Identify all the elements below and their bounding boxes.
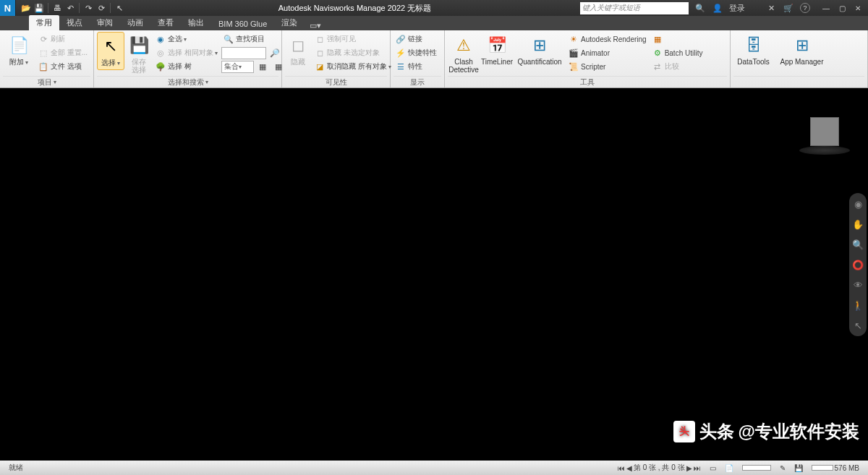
require-button[interactable]: ◻强制可见 bbox=[312, 33, 393, 46]
datatools-button[interactable]: 🗄DataTools bbox=[733, 32, 773, 68]
tab-viewpoint[interactable]: 视点 bbox=[59, 15, 90, 30]
panel-datatools: 🗄DataTools ⊞App Manager bbox=[731, 30, 868, 87]
panel-display: 🔗链接 ⚡快捷特性 ☰特性 显示 bbox=[391, 30, 445, 87]
file-options-button[interactable]: 📋文件 选项 bbox=[36, 60, 90, 73]
select-cursor-icon[interactable]: ↖ bbox=[114, 2, 125, 14]
refresh-icon: ⟳ bbox=[38, 34, 48, 44]
hide-button[interactable]: ◻ 隐藏 bbox=[285, 32, 311, 68]
status-icon-1[interactable]: ▭ bbox=[705, 464, 720, 472]
help-icon[interactable]: ? bbox=[800, 3, 810, 13]
wheel-icon[interactable]: ◉ bbox=[851, 197, 864, 210]
tab-review[interactable]: 审阅 bbox=[90, 15, 120, 30]
watermark: 头 头条 @专业软件安装 bbox=[673, 420, 859, 443]
clash-icon: ⚠ bbox=[452, 34, 475, 57]
viewcube-compass[interactable] bbox=[799, 146, 850, 155]
reset-all-button[interactable]: ⬚全部 重置... bbox=[36, 46, 90, 59]
timeliner-button[interactable]: 📅TimeLiner bbox=[481, 32, 513, 68]
hide-unselected-button[interactable]: ◻隐藏 未选定对象 bbox=[312, 46, 393, 59]
render-icon: ☀ bbox=[569, 34, 579, 44]
appearance-profiler-button[interactable]: ▦ bbox=[650, 33, 705, 46]
hide-unsel-icon: ◻ bbox=[315, 48, 325, 58]
find-icon: 🔍 bbox=[224, 34, 234, 44]
refresh-button[interactable]: ⟳刷新 bbox=[36, 33, 90, 46]
select-same-button[interactable]: ◎选择 相同对象 bbox=[153, 46, 220, 59]
login-button[interactable]: 登录 bbox=[729, 3, 745, 14]
tab-output[interactable]: 输出 bbox=[181, 15, 211, 30]
tab-animation[interactable]: 动画 bbox=[120, 15, 150, 30]
sets-combo[interactable]: 集合 bbox=[221, 61, 254, 73]
status-icon-2[interactable]: 📄 bbox=[720, 464, 738, 472]
quick-find-input[interactable] bbox=[221, 47, 266, 59]
refresh-icon[interactable]: ⟳ bbox=[95, 2, 107, 14]
append-button[interactable]: 📄 附加 bbox=[3, 32, 35, 69]
panel-project: 📄 附加 ⟳刷新 ⬚全部 重置... 📋文件 选项 项目 bbox=[0, 30, 94, 87]
search-icon[interactable]: 🔍 bbox=[694, 2, 706, 14]
redo-icon[interactable]: ↷ bbox=[82, 2, 94, 14]
find-items-button[interactable]: 🔍查找项目 bbox=[221, 33, 286, 46]
save-selection-button[interactable]: 💾 保存 选择 bbox=[126, 32, 152, 76]
save-icon[interactable]: 💾 bbox=[33, 2, 45, 14]
watermark-logo-icon: 头 bbox=[673, 421, 695, 442]
tab-overflow-icon[interactable]: ▭▾ bbox=[305, 21, 326, 30]
unhide-all-button[interactable]: ◪取消隐藏 所有对象 bbox=[312, 60, 393, 73]
properties-button[interactable]: ☰特性 bbox=[393, 60, 439, 73]
close-button[interactable]: ✕ bbox=[851, 2, 865, 14]
compare-icon: ⇄ bbox=[652, 61, 663, 72]
undo-icon[interactable]: ↶ bbox=[64, 2, 76, 14]
orbit-icon[interactable]: ⭕ bbox=[851, 258, 864, 271]
scripter-button[interactable]: 📜Scripter bbox=[566, 60, 649, 73]
cursor-icon: ↖ bbox=[99, 35, 122, 58]
user-icon[interactable]: 👤 bbox=[712, 2, 723, 14]
panel-select-search: ↖ 选择 💾 保存 选择 ◉全选 ◎选择 相同对象 🌳选择 树 🔍查找项目 🔎 … bbox=[94, 30, 282, 87]
tab-home[interactable]: 常用 bbox=[29, 15, 59, 30]
clash-detective-button[interactable]: ⚠Clash Detective bbox=[448, 32, 480, 76]
open-icon[interactable]: 📂 bbox=[20, 2, 32, 14]
select-button[interactable]: ↖ 选择 bbox=[97, 32, 124, 70]
compare-button[interactable]: ⇄比较 bbox=[650, 60, 705, 73]
tab-render[interactable]: 渲染 bbox=[274, 15, 305, 30]
tab-bim360[interactable]: BIM 360 Glue bbox=[211, 17, 274, 30]
autodesk-rendering-button[interactable]: ☀Autodesk Rendering bbox=[566, 33, 649, 46]
print-icon[interactable]: 🖶 bbox=[51, 2, 63, 14]
quantification-button[interactable]: ⊞Quantification bbox=[514, 32, 565, 68]
pan-icon[interactable]: ✋ bbox=[851, 218, 864, 231]
search-input[interactable]: 键入关键字或短语 bbox=[580, 2, 689, 14]
walk-icon[interactable]: 🚶 bbox=[851, 299, 864, 312]
panel-title-project[interactable]: 项目 bbox=[3, 76, 90, 87]
batch-utility-button[interactable]: ⚙Batch Utility bbox=[650, 46, 705, 59]
select-nav-icon[interactable]: ↖ bbox=[851, 319, 864, 332]
look-icon[interactable]: 👁 bbox=[851, 278, 864, 291]
cart-icon[interactable]: 🛒 bbox=[783, 2, 794, 14]
status-progress bbox=[738, 465, 775, 471]
tab-view[interactable]: 查看 bbox=[150, 15, 181, 30]
links-button[interactable]: 🔗链接 bbox=[393, 33, 439, 46]
select-all-button[interactable]: ◉全选 bbox=[153, 33, 220, 46]
exchange-icon[interactable]: ✕ bbox=[765, 2, 777, 14]
sheet-nav[interactable]: ⏮ ◀ 第 0 张 , 共 0 张 ▶ ⏭ bbox=[613, 463, 705, 473]
quick-find-go[interactable]: 🔎 bbox=[268, 46, 282, 59]
status-disk-icon[interactable]: 💾 bbox=[790, 464, 807, 472]
search-go-icon: 🔎 bbox=[270, 48, 280, 58]
maximize-button[interactable]: ▢ bbox=[835, 2, 849, 14]
sheet-next-icon[interactable]: ▶ bbox=[686, 464, 692, 472]
viewport[interactable]: ◉ ✋ 🔍 ⭕ 👁 🚶 ↖ 头 头条 @专业软件安装 bbox=[0, 88, 868, 461]
animator-button[interactable]: 🎬Animator bbox=[566, 46, 649, 59]
sheet-last-icon[interactable]: ⏭ bbox=[694, 464, 701, 472]
quick-properties-button[interactable]: ⚡快捷特性 bbox=[393, 46, 439, 59]
panel-title-select[interactable]: 选择和搜索 bbox=[97, 76, 278, 87]
zoom-icon[interactable]: 🔍 bbox=[851, 238, 864, 251]
sheet-prev-icon[interactable]: ◀ bbox=[626, 464, 632, 472]
sheet-first-icon[interactable]: ⏮ bbox=[618, 464, 625, 472]
sets-btn-1[interactable]: ▦ bbox=[255, 60, 270, 73]
tree-icon: 🌳 bbox=[156, 61, 166, 72]
app-manager-button[interactable]: ⊞App Manager bbox=[775, 32, 829, 68]
animator-icon: 🎬 bbox=[569, 48, 579, 58]
viewcube[interactable] bbox=[810, 117, 839, 146]
minimize-button[interactable]: — bbox=[819, 2, 833, 14]
scripter-icon: 📜 bbox=[569, 61, 579, 72]
selection-tree-button[interactable]: 🌳选择 树 bbox=[153, 60, 220, 73]
append-icon: 📄 bbox=[7, 34, 30, 57]
status-pencil-icon[interactable]: ✎ bbox=[775, 464, 790, 472]
props-icon: ☰ bbox=[396, 61, 406, 72]
app-menu-button[interactable]: N bbox=[0, 0, 16, 16]
